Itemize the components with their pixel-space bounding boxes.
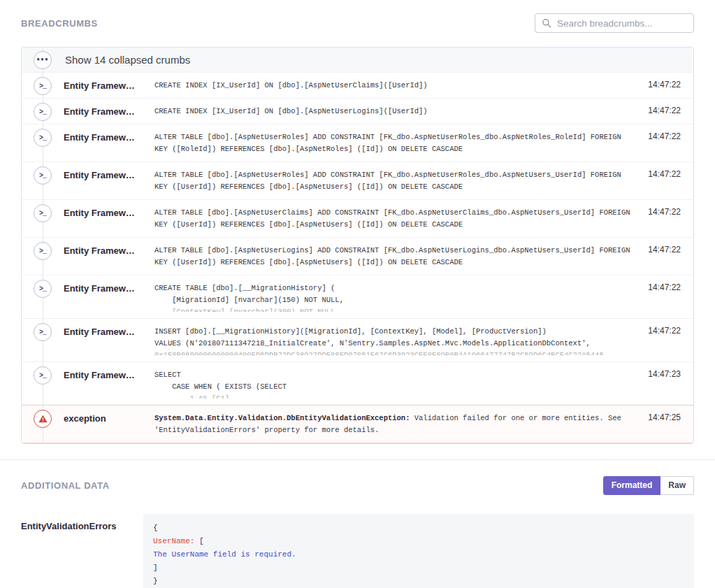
crumb-category: Entity Framew… — [64, 362, 154, 405]
crumb-message: ALTER TABLE [dbo].[AspNetUserClaims] ADD… — [154, 200, 640, 237]
crumb-message: SELECT CASE WHEN ( EXISTS (SELECT 1 AS [… — [154, 362, 640, 405]
breadcrumb-row: >_Entity Framew…ALTER TABLE [dbo].[AspNe… — [22, 237, 693, 275]
terminal-icon: >_ — [34, 129, 52, 147]
terminal-icon: >_ — [34, 280, 52, 298]
formatted-button[interactable]: Formatted — [603, 476, 661, 495]
crumb-timestamp: 14:47:23 — [640, 362, 693, 405]
crumb-message: CREATE TABLE [dbo].[__MigrationHistory] … — [154, 275, 640, 318]
terminal-icon: >_ — [34, 77, 52, 95]
crumb-category: Entity Framew… — [64, 73, 154, 98]
crumb-timestamp: 14:47:22 — [640, 200, 693, 237]
crumb-message: ALTER TABLE [dbo].[AspNetUserRoles] ADD … — [154, 162, 640, 199]
breadcrumb-row: >_Entity Framew…ALTER TABLE [dbo].[AspNe… — [22, 199, 693, 237]
search-input[interactable] — [556, 17, 687, 29]
additional-data-header: ADDITIONAL DATA Formatted Raw — [0, 460, 715, 514]
crumb-message: ALTER TABLE [dbo].[AspNetUserRoles] ADD … — [154, 124, 640, 162]
crumb-message: System.Data.Entity.Validation.DbEntityVa… — [154, 406, 640, 443]
crumb-timestamp: 14:47:22 — [640, 238, 693, 275]
breadcrumb-row: >_Entity Framew…ALTER TABLE [dbo].[AspNe… — [22, 162, 693, 199]
breadcrumb-row-exception: exceptionSystem.Data.Entity.Validation.D… — [22, 405, 693, 443]
additional-data-entry: EntityValidationErrors { UserName: [ The… — [0, 514, 715, 588]
crumb-timestamp: 14:47:25 — [640, 406, 693, 443]
crumb-message: INSERT [dbo].[__MigrationHistory]([Migra… — [154, 319, 640, 361]
crumb-category: Entity Framew… — [64, 124, 154, 162]
crumb-timestamp: 14:47:22 — [640, 73, 693, 98]
crumb-category: exception — [64, 406, 154, 443]
crumb-timestamp: 14:47:22 — [640, 275, 693, 318]
terminal-icon: >_ — [34, 366, 52, 385]
breadcrumbs-header: BREADCRUMBS — [0, 0, 715, 47]
additional-data-title: ADDITIONAL DATA — [21, 480, 110, 491]
show-collapsed-crumbs-button[interactable]: ●●● Show 14 collapsed crumbs — [22, 48, 693, 72]
entry-json-value: { UserName: [ The UserName field is requ… — [143, 514, 694, 588]
crumb-category: Entity Framew… — [64, 162, 154, 199]
entry-key-label: EntityValidationErrors — [21, 514, 143, 531]
crumb-message: CREATE INDEX [IX_UserId] ON [dbo].[AspNe… — [154, 99, 640, 124]
breadcrumbs-title: BREADCRUMBS — [21, 18, 98, 29]
terminal-icon: >_ — [34, 166, 52, 185]
ellipsis-icon: ●●● — [34, 51, 52, 69]
terminal-icon: >_ — [34, 103, 52, 121]
breadcrumb-row: >_Entity Framew…CREATE INDEX [IX_UserId]… — [22, 72, 693, 98]
raw-button[interactable]: Raw — [660, 476, 694, 495]
breadcrumb-row: >_Entity Framew…INSERT [dbo].[__Migratio… — [22, 318, 693, 361]
crumb-category: Entity Framew… — [64, 275, 154, 318]
crumb-category: Entity Framew… — [64, 99, 154, 124]
breadcrumbs-search[interactable] — [535, 13, 694, 33]
breadcrumb-row: >_Entity Framew…CREATE TABLE [dbo].[__Mi… — [22, 275, 693, 318]
breadcrumb-row: >_Entity Framew…SELECT CASE WHEN ( EXIST… — [22, 361, 693, 405]
crumb-timestamp: 14:47:22 — [640, 124, 693, 162]
crumb-timestamp: 14:47:22 — [640, 99, 693, 124]
crumb-timestamp: 14:47:22 — [640, 319, 693, 361]
breadcrumb-list: >_Entity Framew…CREATE INDEX [IX_UserId]… — [22, 72, 693, 443]
breadcrumbs-panel: ●●● Show 14 collapsed crumbs >_Entity Fr… — [21, 47, 694, 444]
search-icon — [542, 18, 551, 28]
crumb-message: ALTER TABLE [dbo].[AspNetUserLogins] ADD… — [154, 238, 640, 275]
terminal-icon: >_ — [34, 204, 52, 222]
terminal-icon: >_ — [34, 242, 52, 260]
collapsed-crumbs-label: Show 14 collapsed crumbs — [64, 54, 190, 66]
breadcrumb-row: >_Entity Framew…CREATE INDEX [IX_UserId]… — [22, 98, 693, 124]
crumb-category: Entity Framew… — [64, 200, 154, 237]
crumb-category: Entity Framew… — [64, 238, 154, 275]
terminal-icon: >_ — [34, 323, 52, 341]
breadcrumb-row: >_Entity Framew…ALTER TABLE [dbo].[AspNe… — [22, 124, 693, 162]
crumb-category: Entity Framew… — [64, 319, 154, 361]
crumb-message: CREATE INDEX [IX_UserId] ON [dbo].[AspNe… — [154, 73, 640, 98]
warning-icon — [34, 410, 52, 428]
view-toggle: Formatted Raw — [603, 476, 694, 495]
crumb-timestamp: 14:47:22 — [640, 162, 693, 199]
